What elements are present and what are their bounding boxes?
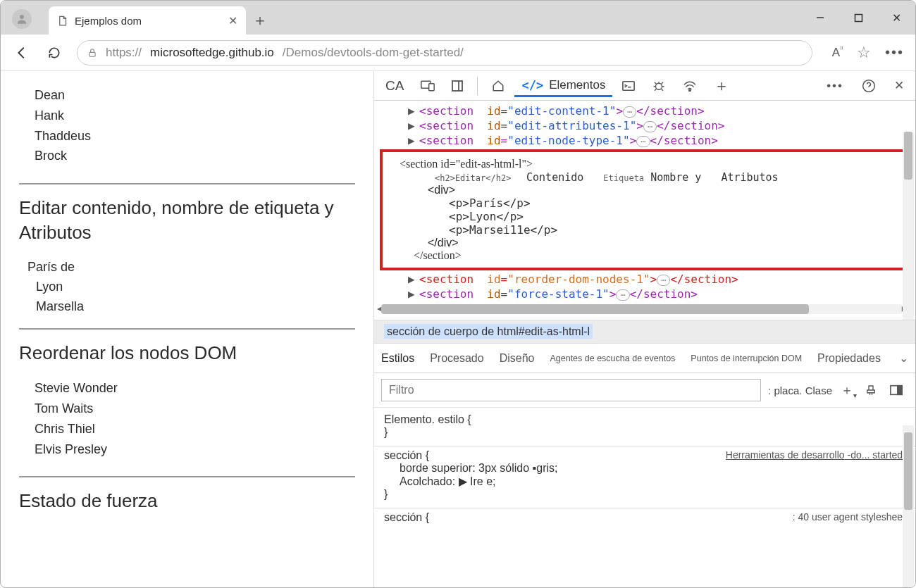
selector: Elemento. estilo { xyxy=(384,413,905,426)
read-aloud-icon[interactable]: A⁾⁾ xyxy=(832,45,843,60)
chevron-down-icon[interactable]: ⌄ xyxy=(899,351,908,365)
heading-reorder: Reordenar los nodos DOM xyxy=(19,341,355,365)
label: Contenido xyxy=(526,171,583,184)
dom-tree[interactable]: ▶<section id="edit-content-1">⋯</section… xyxy=(374,101,915,320)
label: Nombre y xyxy=(650,171,701,184)
url-scheme: https:// xyxy=(106,46,142,60)
browser-tab[interactable]: Ejemplos dom ✕ xyxy=(49,6,246,35)
brace: } xyxy=(384,488,905,501)
html-line: </div> xyxy=(428,237,900,249)
breadcrumb-text: sección de cuerpo de html#edit-as-html-l xyxy=(384,324,593,339)
url-box[interactable]: https://microsoftedge.github.io/Demos/de… xyxy=(77,40,812,65)
tab-styles[interactable]: Estilos xyxy=(381,352,414,365)
tab-dom-breakpoints[interactable]: Puntos de interrupción DOM xyxy=(691,354,802,363)
css-rule: : 40 user agent stylesheet sección { xyxy=(384,511,905,524)
css-prop: borde superior: 3px sólido ▪gris; xyxy=(384,462,905,475)
list-item: París de xyxy=(27,258,355,277)
edit-as-html-box[interactable]: <section id="edit-as-html-l"> <h2>Editar… xyxy=(380,149,907,270)
divider xyxy=(19,476,355,477)
html-line: <section id="edit-as-html-l"> xyxy=(400,158,900,170)
html-line: <p>París</p> xyxy=(449,196,900,210)
css-rule: Herramientas de desarrollo -do... starte… xyxy=(384,449,905,501)
hov-toggle[interactable]: : placa. Clase xyxy=(768,384,832,396)
welcome-tab-icon[interactable] xyxy=(485,75,512,96)
list-item: Lyon xyxy=(27,277,355,297)
source-link[interactable]: : 40 user agent stylesheet xyxy=(793,511,905,523)
svg-rect-5 xyxy=(429,83,435,90)
tab-computed[interactable]: Procesado xyxy=(430,352,484,365)
divider xyxy=(19,328,355,330)
heading-force: Estado de fuerza xyxy=(19,489,355,513)
url-host: microsoftedge.github.io xyxy=(150,46,274,60)
inspect-mode-label[interactable]: CA xyxy=(378,74,411,98)
new-rule-icon[interactable]: ＋▾ xyxy=(839,382,858,399)
elements-tab[interactable]: </> Elementos xyxy=(514,74,612,97)
html-line: <h2>Editar</h2> xyxy=(435,173,511,183)
brush-icon[interactable] xyxy=(865,384,883,396)
devtools-toolbar: CA </> Elementos ＋ xyxy=(374,71,915,101)
network-icon[interactable] xyxy=(676,76,704,96)
page-content: Dean Hank Thaddeus Brock Editar contenid… xyxy=(1,71,374,588)
svg-point-10 xyxy=(689,89,691,91)
close-window-button[interactable]: ✕ xyxy=(877,1,915,35)
css-rule: Elemento. estilo { } xyxy=(384,413,905,439)
label: Atributos xyxy=(721,171,778,184)
tab-layout[interactable]: Diseño xyxy=(500,352,535,365)
divider xyxy=(19,183,355,184)
svg-rect-3 xyxy=(89,52,95,56)
add-tab-icon[interactable]: ＋ xyxy=(707,71,736,101)
html-line: <p>Marsei11e</p> xyxy=(449,223,900,237)
tab-listeners[interactable]: Agentes de escucha de eventos xyxy=(550,354,675,363)
svg-rect-2 xyxy=(855,14,862,21)
source-link[interactable]: Herramientas de desarrollo -do... starte… xyxy=(726,449,905,461)
minimize-button[interactable] xyxy=(801,1,839,35)
svg-point-0 xyxy=(20,15,24,19)
list-item: Brock xyxy=(35,146,355,166)
brace: } xyxy=(384,426,905,439)
browser-titlebar: Ejemplos dom ✕ ＋ ✕ xyxy=(1,1,915,35)
console-tab-icon[interactable] xyxy=(615,76,642,96)
v-scrollbar[interactable] xyxy=(903,425,914,588)
list-item: Dean xyxy=(35,85,355,106)
filter-input[interactable] xyxy=(381,379,761,401)
refresh-button[interactable] xyxy=(44,43,64,63)
svg-point-9 xyxy=(656,83,662,89)
dom-node: ▶<section id="edit-content-1">⋯</section… xyxy=(374,104,915,118)
dom-node: ▶<section id="force-state-1">⋯</section> xyxy=(374,287,915,301)
profile-icon[interactable] xyxy=(12,9,32,29)
list-item: Tom Waits xyxy=(35,399,355,419)
device-toggle-icon[interactable] xyxy=(414,76,442,96)
tab-properties[interactable]: Propiedades xyxy=(817,352,881,365)
h-scrollbar[interactable]: ◀ ▶ xyxy=(381,304,903,314)
name-list-1: Dean Hank Thaddeus Brock xyxy=(19,85,355,166)
dom-node: ▶<section id="edit-node-type-1">⋯</secti… xyxy=(374,133,915,148)
breadcrumb[interactable]: sección de cuerpo de html#edit-as-html-l xyxy=(374,320,915,344)
list-item: Hank xyxy=(35,106,355,126)
favorite-icon[interactable]: ☆ xyxy=(857,44,871,62)
tab-close-icon[interactable]: ✕ xyxy=(228,14,237,27)
dock-icon[interactable] xyxy=(445,76,470,96)
css-prop: Acolchado: ▶ Ire e; xyxy=(384,475,905,488)
back-button[interactable] xyxy=(12,43,32,63)
v-scrollbar[interactable] xyxy=(903,132,914,320)
panel-icon[interactable] xyxy=(890,384,908,396)
help-icon[interactable] xyxy=(855,74,883,97)
city-list: París de Lyon Marsella xyxy=(19,258,355,317)
list-item: Marsella xyxy=(27,297,355,317)
list-item: Elvis Presley xyxy=(35,439,355,460)
dom-node: ▶<section id="reorder-dom-nodes-1">⋯</se… xyxy=(374,272,915,287)
html-line: </section> xyxy=(414,249,900,262)
maximize-button[interactable] xyxy=(839,1,877,35)
divider xyxy=(477,77,478,95)
bug-icon[interactable] xyxy=(645,75,673,96)
new-tab-button[interactable]: ＋ xyxy=(246,6,274,35)
elements-tab-label: Elementos xyxy=(549,78,605,92)
close-devtools-icon[interactable]: ✕ xyxy=(887,74,911,97)
more-tools-icon[interactable]: ••• xyxy=(819,74,850,97)
lock-icon xyxy=(87,47,97,58)
styles-tabs: Estilos Procesado Diseño Agentes de escu… xyxy=(374,344,915,373)
styles-body[interactable]: Elemento. estilo { } Herramientas de des… xyxy=(374,408,915,537)
html-line: <div> xyxy=(428,184,900,196)
more-icon[interactable]: ••• xyxy=(885,44,904,61)
devtools-pane: CA </> Elementos ＋ xyxy=(374,71,915,588)
